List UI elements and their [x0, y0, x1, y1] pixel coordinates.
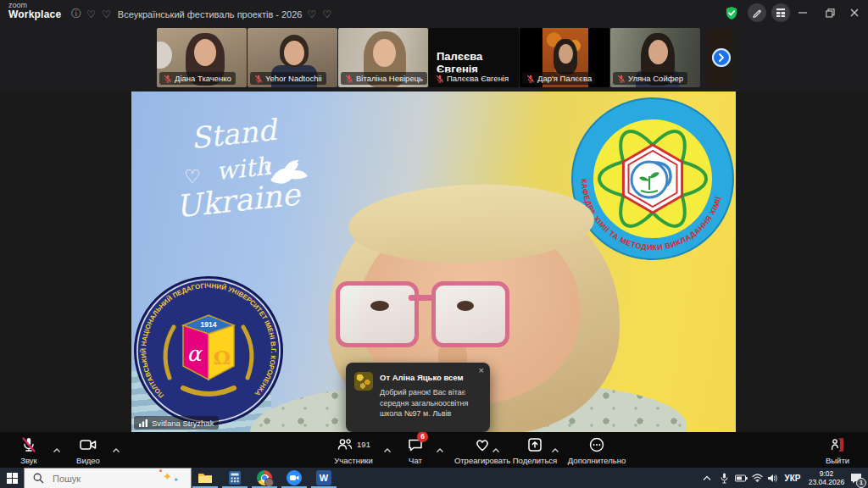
file-explorer-icon[interactable]: [198, 470, 213, 485]
video-button[interactable]: Видео: [68, 435, 108, 465]
chat-sender-avatar: [354, 372, 373, 391]
participant-name: Уляна Сойфер: [628, 74, 683, 83]
battery-icon[interactable]: [732, 468, 749, 488]
windows-logo-icon: [7, 473, 18, 484]
participant-tile[interactable]: Віталіна Невірець: [338, 28, 428, 87]
chat-options-chevron[interactable]: [436, 442, 444, 449]
chat-label: Чат: [398, 456, 432, 465]
logo-omega: Ω: [214, 346, 231, 369]
participant-tile[interactable]: Палєєва Євгенія Палєєва Євгенія: [429, 28, 519, 87]
participant-figure: [648, 40, 668, 64]
notification-center-icon[interactable]: 1: [848, 468, 865, 488]
mic-muted-icon: [164, 75, 172, 83]
speaker-name-tag: Svitlana Stryzhak: [134, 416, 219, 430]
chat-button[interactable]: 6 Чат: [398, 435, 432, 465]
chrome-icon[interactable]: [257, 470, 272, 485]
hidden-icons-chevron[interactable]: [700, 468, 714, 488]
share-options-chevron[interactable]: [551, 442, 559, 449]
start-button[interactable]: [0, 468, 24, 488]
leave-door-icon: [815, 436, 860, 453]
react-options-chevron[interactable]: [492, 442, 500, 449]
tray-date: 23.04.2026: [805, 478, 848, 486]
audio-label: Звук: [8, 456, 49, 465]
participant-figure: [284, 41, 304, 65]
language-indicator[interactable]: УКР: [782, 468, 804, 488]
zoom-workplace-logo: zoom Workplace: [8, 2, 61, 19]
word-icon[interactable]: W: [316, 470, 331, 485]
speaker-name: Svitlana Stryzhak: [152, 419, 214, 428]
next-page-arrow-button[interactable]: [712, 48, 731, 67]
clock[interactable]: 9:02 23.04.2026: [805, 469, 848, 486]
participants-count: 191: [357, 436, 370, 453]
more-ellipsis-icon: [561, 436, 632, 453]
heart-react-icon: [449, 436, 515, 453]
leave-button[interactable]: Выйти: [815, 435, 860, 465]
chevron-right-icon: [718, 53, 725, 62]
chat-popup-title: От Аліна Яцько всем: [380, 373, 464, 382]
participants-options-chevron[interactable]: [383, 442, 392, 449]
minimize-button[interactable]: [793, 3, 812, 22]
overlay-heart-icon: ♡: [184, 166, 201, 188]
audio-button[interactable]: Звук: [8, 435, 49, 465]
encryption-shield-icon[interactable]: [722, 3, 741, 22]
share-label: Поделиться: [507, 456, 563, 465]
audio-options-chevron[interactable]: [53, 442, 61, 449]
search-input[interactable]: [51, 473, 156, 485]
word-letter: W: [316, 470, 331, 485]
zoom-app-icon[interactable]: [287, 470, 302, 485]
participant-figure: [559, 44, 573, 64]
tray-time: 9:02: [805, 469, 848, 478]
participant-name-tag: Віталіна Невірець: [341, 72, 427, 85]
chat-notification-popup[interactable]: От Аліна Яцько всем Добрий ранок! Вас ві…: [346, 363, 490, 432]
info-icon[interactable]: ⓘ: [71, 7, 81, 21]
leave-label: Выйти: [815, 456, 860, 465]
react-button[interactable]: Отреагировать: [449, 435, 515, 465]
camera-icon: [68, 436, 108, 453]
popup-close-icon[interactable]: ×: [479, 365, 484, 375]
meeting-title-area: ⓘ ♡ ♡ Всеукраїнський фестиваль проектів …: [71, 7, 333, 21]
participant-name-tag: Yehor Nadtochii: [250, 72, 326, 85]
participant-name: Yehor Nadtochii: [265, 74, 322, 83]
mic-muted-icon: [617, 75, 626, 83]
participant-tile[interactable]: Уляна Сойфер: [610, 28, 700, 87]
audio-level-icon: [139, 419, 148, 427]
chat-popup-body: Добрий ранок! Вас вітає середня загально…: [380, 387, 483, 419]
mic-muted-icon: [345, 75, 353, 83]
annotate-pencil-icon[interactable]: [748, 3, 766, 22]
calculator-icon[interactable]: [227, 470, 242, 485]
speaker-right-eye: [457, 301, 474, 311]
apps-grid-icon[interactable]: [771, 3, 790, 22]
main-speaker-video[interactable]: Stand with Ukraine ♡ КАФЕДРА ХІМІЇ ТА МЕ…: [131, 92, 736, 432]
more-label: Дополнительно: [561, 456, 632, 465]
dove-icon: [265, 156, 309, 191]
mic-muted-icon: [526, 75, 535, 83]
glasses-right-lens: [431, 281, 509, 347]
taskbar-search-box[interactable]: ✦ ✦: [24, 468, 192, 488]
mic-muted-icon: [254, 75, 263, 83]
copilot-sparkle-icon[interactable]: ✦: [163, 470, 172, 483]
participants-button[interactable]: 191 Участники: [326, 435, 381, 465]
participant-figure: [194, 39, 216, 66]
participant-tile[interactable]: Діана Ткаченко: [157, 28, 247, 87]
close-button[interactable]: [845, 3, 864, 22]
tray-microphone-icon[interactable]: [717, 468, 731, 488]
search-icon: [33, 473, 44, 484]
video-options-chevron[interactable]: [112, 442, 120, 449]
poltava-university-logo: 1914 α Ω ПОЛТАВСЬКИЙ НАЦІОНАЛЬНИЙ ПЕДАГО…: [134, 276, 283, 425]
glasses-left-lens: [336, 281, 419, 347]
participant-strip: Діана Ткаченко Yehor Nadtochii Віталіна …: [0, 25, 868, 92]
windows-taskbar: ✦ ✦ W УКР: [0, 468, 868, 488]
sparkle-small-icon: ✦: [173, 476, 179, 484]
volume-icon[interactable]: [765, 468, 780, 488]
participant-tile[interactable]: Yehor Nadtochii: [248, 28, 337, 87]
mic-muted-icon: [436, 75, 444, 83]
restore-button[interactable]: [821, 3, 839, 22]
wifi-icon[interactable]: [749, 468, 765, 488]
participant-name-tag: Уляна Сойфер: [613, 72, 687, 85]
participant-name: Віталіна Невірець: [356, 74, 423, 83]
participant-tile[interactable]: Дар'я Палєєва: [520, 28, 609, 87]
logo-alpha: α: [187, 341, 203, 366]
more-button[interactable]: Дополнительно: [561, 435, 632, 465]
chemistry-department-logo: КАФЕДРА ХІМІЇ ТА МЕТОДИКИ ВИКЛАДАННЯ ХІМ…: [570, 96, 736, 262]
participant-name-tag: Дар'я Палєєва: [522, 72, 596, 85]
